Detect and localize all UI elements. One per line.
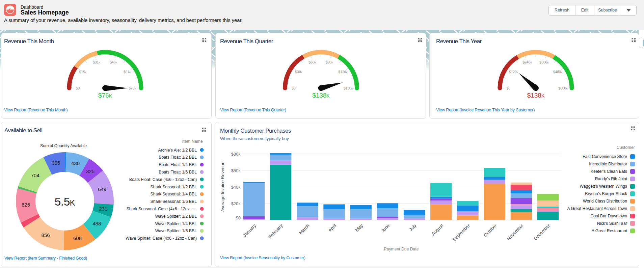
svg-text:World Class Distribution: World Class Distribution [583,199,627,204]
svg-text:Shark Seasonal: Case (4x6 - 12: Shark Seasonal: Case (4x6 - 12oz - ... [127,207,197,211]
svg-text:$120K: $120K [509,70,519,74]
svg-text:Wave Splitter: 1/4 BBL: Wave Splitter: 1/4 BBL [155,221,197,226]
svg-text:Boats Float: 1/6 BBL: Boats Float: 1/6 BBL [159,170,197,175]
svg-text:Sum of Quantity Available: Sum of Quantity Available [40,143,87,148]
svg-text:View Report (Item Summary - Fi: View Report (Item Summary - Finished Goo… [4,256,87,261]
svg-text:$138K: $138K [312,92,330,99]
svg-text:Payment Due Date: Payment Due Date [384,247,419,251]
svg-text:856: 856 [42,232,50,238]
svg-text:$31K: $31K [93,60,101,64]
svg-text:$480K: $480K [553,70,563,74]
svg-text:Revenue This Quarter: Revenue This Quarter [220,38,273,45]
svg-text:Keeter's Clean Eats: Keeter's Clean Eats [591,169,627,174]
svg-text:Boats Float: Case (4x6 - 12oz: Boats Float: Case (4x6 - 12oz - Can) [129,177,197,182]
svg-text:View Report (Invoice Seasonali: View Report (Invoice Seasonality by Cust… [220,256,305,260]
svg-text:Archie's Ale: 1/2 BBL: Archie's Ale: 1/2 BBL [158,148,197,153]
svg-text:Wave Splitter: Case (4x6 - 12o: Wave Splitter: Case (4x6 - 12oz - Can) [126,236,197,241]
svg-text:$76K: $76K [98,92,112,99]
svg-text:Revenue This Year: Revenue This Year [436,38,482,45]
svg-text:Boats Float: 1/2 BBL: Boats Float: 1/2 BBL [159,155,197,160]
svg-text:Shark Seasonal: 1/6 BBL: Shark Seasonal: 1/6 BBL [151,199,197,204]
svg-text:$138K: $138K [527,92,545,99]
svg-text:A Great Restaurant: A Great Restaurant [592,229,627,233]
svg-text:$90K: $90K [326,60,333,64]
svg-text:649: 649 [98,186,106,192]
svg-text:488: 488 [92,221,101,226]
svg-text:Cool Bar Downtown: Cool Bar Downtown [590,214,627,218]
svg-text:$0: $0 [292,86,296,90]
svg-text:View Report (Invoice Revenue T: View Report (Invoice Revenue This Year b… [436,108,535,112]
svg-text:231: 231 [99,206,107,212]
svg-text:$76K: $76K [129,86,136,90]
svg-text:$240K: $240K [523,60,533,64]
svg-text:Boats Float: 1/4 BBL: Boats Float: 1/4 BBL [159,162,197,167]
svg-text:$80K: $80K [231,152,241,157]
svg-text:395: 395 [52,160,60,166]
svg-text:Item Name: Item Name [182,139,203,144]
svg-text:$60K: $60K [309,60,317,64]
svg-text:$60K: $60K [231,168,241,173]
svg-text:$40K: $40K [231,185,241,190]
svg-text:325: 325 [86,168,95,174]
svg-text:$0: $0 [507,86,511,90]
svg-text:$360K: $360K [540,60,549,64]
svg-text:Wave Splitter: 1/6 BBL: Wave Splitter: 1/6 BBL [155,229,197,233]
svg-text:Available to Sell: Available to Sell [4,127,42,134]
svg-text:Shark Seasonal: 1/4 BBL: Shark Seasonal: 1/4 BBL [151,192,197,196]
svg-text:View Report (Revenue This Mont: View Report (Revenue This Month) [4,108,68,112]
svg-text:Revenue This Month: Revenue This Month [4,38,54,45]
svg-text:625: 625 [22,202,30,208]
svg-text:Customer: Customer [617,145,635,150]
svg-text:Randy's Rib Joint: Randy's Rib Joint [595,177,627,181]
svg-text:$46K: $46K [110,60,117,64]
svg-text:430: 430 [71,160,80,166]
svg-text:A Great Restaurant Across Town: A Great Restaurant Across Town [567,206,627,211]
svg-text:$600K: $600K [559,86,568,90]
svg-text:$0: $0 [76,86,80,90]
svg-text:Monthly Customer Purchases: Monthly Customer Purchases [220,128,291,134]
svg-text:Wave Splitter: 1/2 BBL: Wave Splitter: 1/2 BBL [155,214,197,219]
svg-text:Fast Convenience Store: Fast Convenience Store [583,154,627,159]
svg-text:Shark Seasonal: 1/2 BBL: Shark Seasonal: 1/2 BBL [151,185,197,189]
svg-text:$30K: $30K [295,70,303,74]
svg-text:$20K: $20K [231,201,241,206]
svg-text:Bryson's Burger Shack: Bryson's Burger Shack [585,191,627,196]
svg-text:Average Invoice Revenue: Average Invoice Revenue [220,162,225,212]
svg-text:Waggett's Western Wings: Waggett's Western Wings [580,184,627,189]
svg-text:$15K: $15K [79,70,87,74]
svg-text:$150K: $150K [344,86,353,90]
svg-text:704: 704 [31,172,39,178]
svg-text:When these customers typically: When these customers typically buy [220,136,289,141]
svg-text:$0: $0 [236,215,241,220]
svg-text:View Report (Revenue This Quar: View Report (Revenue This Quarter) [220,108,286,112]
svg-text:$61K: $61K [124,70,131,74]
svg-text:608: 608 [73,235,82,241]
svg-text:Incredible Distributor: Incredible Distributor [589,162,627,166]
svg-text:$120K: $120K [339,70,348,74]
svg-text:Nick's Sushi Bar: Nick's Sushi Bar [597,221,627,226]
